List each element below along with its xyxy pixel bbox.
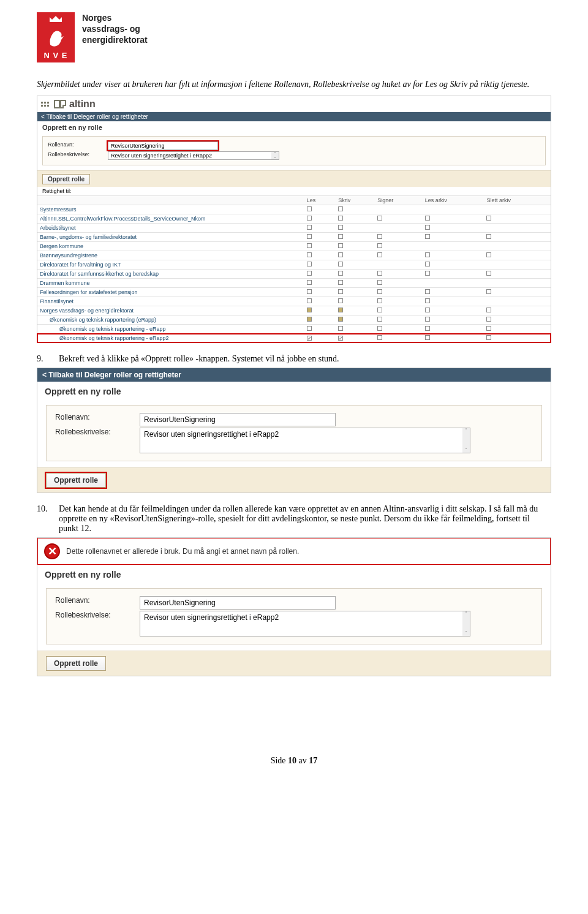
step-10-number: 10. <box>37 504 53 534</box>
checkbox[interactable] <box>425 262 430 266</box>
opprett-rolle-button[interactable]: Opprett rolle <box>46 473 106 488</box>
row-name: Barne-, ungdoms- og familiedirektoratet <box>37 233 304 242</box>
checkbox[interactable] <box>377 243 382 248</box>
opprett-rolle-button[interactable]: Opprett rolle <box>42 174 90 184</box>
checkbox[interactable] <box>486 308 491 312</box>
checkbox[interactable] <box>338 262 343 266</box>
checkbox[interactable] <box>377 308 382 312</box>
checkbox[interactable] <box>307 317 312 322</box>
table-row: Norges vassdrags- og energidirektorat <box>37 306 551 315</box>
screenshot-figure-3: ✕ Dette rollenavnet er allerede i bruk. … <box>37 537 551 676</box>
checkbox[interactable] <box>338 298 343 303</box>
checkbox[interactable] <box>425 308 430 312</box>
checkbox[interactable] <box>307 336 312 341</box>
checkbox[interactable] <box>377 317 382 322</box>
checkbox[interactable] <box>486 216 491 221</box>
back-link[interactable]: < Tilbake til Deleger roller og rettighe… <box>37 112 551 121</box>
checkbox[interactable] <box>307 308 312 312</box>
rollenavn-label: Rollenavn: <box>55 413 135 421</box>
checkbox[interactable] <box>307 252 312 257</box>
back-link[interactable]: < Tilbake til Deleger roller og rettighe… <box>37 368 551 382</box>
error-text: Dette rollenavnet er allerede i bruk. Du… <box>66 547 299 556</box>
checkbox[interactable] <box>338 252 343 257</box>
checkbox[interactable] <box>338 206 343 211</box>
checkbox[interactable] <box>377 252 382 257</box>
rollebesk-textarea[interactable]: Revisor uten signeringsrettighet i eRapp… <box>140 428 470 453</box>
checkbox[interactable] <box>425 317 430 322</box>
checkbox[interactable] <box>307 289 312 294</box>
checkbox[interactable] <box>338 317 343 322</box>
row-name: Økonomisk og teknisk rapportering - eRap… <box>37 325 304 334</box>
checkbox[interactable] <box>338 280 343 285</box>
checkbox[interactable] <box>377 280 382 285</box>
checkbox[interactable] <box>338 326 343 331</box>
altinn-logo: altinn <box>37 96 551 112</box>
checkbox[interactable] <box>486 326 491 331</box>
checkbox[interactable] <box>338 216 343 221</box>
checkbox[interactable] <box>338 225 343 230</box>
checkbox[interactable] <box>486 317 491 322</box>
checkbox[interactable] <box>486 234 491 239</box>
checkbox[interactable] <box>307 271 312 276</box>
checkbox[interactable] <box>425 335 430 340</box>
checkbox[interactable] <box>486 335 491 340</box>
checkbox[interactable] <box>425 216 430 221</box>
checkbox[interactable] <box>425 225 430 230</box>
scroll-buttons-icon[interactable]: ˄˅ <box>271 152 279 159</box>
checkbox[interactable] <box>486 252 491 257</box>
row-name: Fellesordningen for avtalefestet pensjon <box>37 288 304 297</box>
checkbox[interactable] <box>307 206 312 211</box>
rollebesk-textarea[interactable]: Revisor uten signeringsrettighet i eRapp… <box>140 611 470 636</box>
row-name: Bergen kommune <box>37 242 304 251</box>
checkbox[interactable] <box>307 234 312 239</box>
checkbox[interactable] <box>307 298 312 303</box>
rollenavn-input[interactable]: RevisorUtenSignering <box>140 413 336 426</box>
checkbox[interactable] <box>307 216 312 221</box>
checkbox[interactable] <box>377 216 382 221</box>
form-box: Rollenavn: RevisorUtenSignering Rollebes… <box>46 405 542 461</box>
checkbox[interactable] <box>425 298 430 303</box>
checkbox[interactable] <box>425 289 430 294</box>
rollenavn-input[interactable]: RevisorUtenSignering <box>140 596 336 610</box>
checkbox[interactable] <box>377 234 382 239</box>
checkbox[interactable] <box>338 308 343 312</box>
checkbox[interactable] <box>338 234 343 239</box>
checkbox[interactable] <box>377 271 382 276</box>
checkbox[interactable] <box>307 225 312 230</box>
table-row: Barne-, ungdoms- og familiedirektoratet <box>37 233 551 242</box>
rollebesk-textarea[interactable]: Revisor uten signeringsrettighet i eRapp… <box>108 151 279 160</box>
checkbox[interactable] <box>486 271 491 276</box>
checkbox[interactable] <box>307 243 312 248</box>
row-name: Systemressurs <box>37 205 304 214</box>
checkbox[interactable] <box>377 335 382 340</box>
checkbox[interactable] <box>486 289 491 294</box>
scroll-buttons-icon[interactable]: ˄˅ <box>462 428 470 453</box>
rollenavn-row: Rollenavn: RevisorUtenSignering <box>55 596 533 610</box>
checkbox[interactable] <box>338 271 343 276</box>
step-9-text: Bekreft ved å klikke på «Opprett rolle» … <box>59 354 339 364</box>
opprett-rolle-button[interactable]: Opprett rolle <box>46 656 106 671</box>
page-footer: Side 10 av 17 <box>37 756 551 766</box>
checkbox[interactable] <box>338 289 343 294</box>
step-10: 10. Det kan hende at du får feilmeldinge… <box>37 504 551 534</box>
checkbox[interactable] <box>377 289 382 294</box>
altinn-dots-icon <box>41 102 51 107</box>
table-row: Direktoratet for samfunnssikkerhet og be… <box>37 270 551 279</box>
checkbox[interactable] <box>338 336 343 341</box>
checkbox[interactable] <box>377 298 382 303</box>
rollenavn-input[interactable]: RevisorUtenSignering <box>108 142 218 150</box>
checkbox[interactable] <box>425 326 430 331</box>
checkbox[interactable] <box>307 280 312 285</box>
rollebesk-label: Rollebeskrivelse: <box>55 611 135 619</box>
checkbox[interactable] <box>425 252 430 257</box>
button-row: Opprett rolle <box>37 651 551 676</box>
checkbox[interactable] <box>425 234 430 239</box>
table-row: Fellesordningen for avtalefestet pensjon <box>37 288 551 297</box>
row-name: Drammen kommune <box>37 279 304 288</box>
scroll-buttons-icon[interactable]: ˄˅ <box>462 611 470 636</box>
checkbox[interactable] <box>338 243 343 248</box>
checkbox[interactable] <box>307 326 312 331</box>
checkbox[interactable] <box>377 326 382 331</box>
checkbox[interactable] <box>307 262 312 266</box>
checkbox[interactable] <box>425 271 430 276</box>
